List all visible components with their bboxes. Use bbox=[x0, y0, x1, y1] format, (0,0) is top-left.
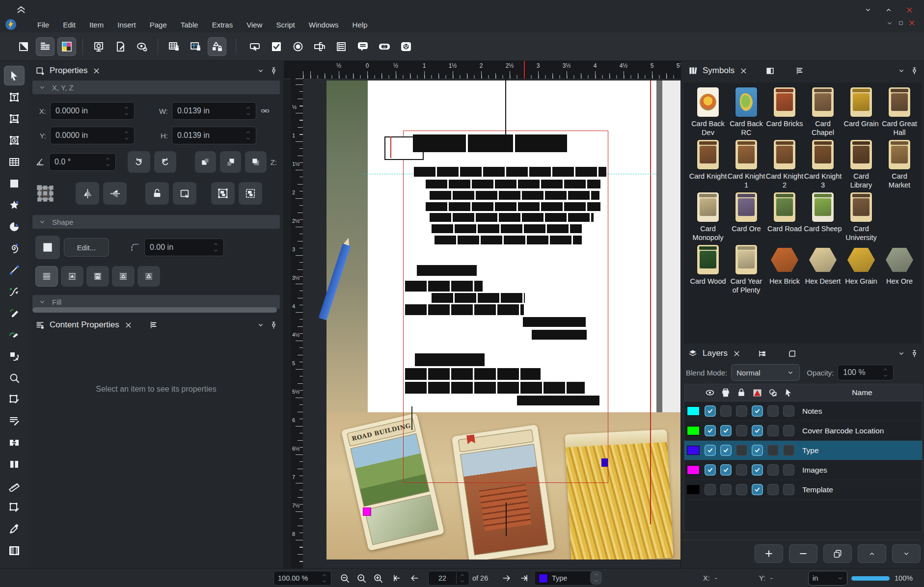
barcode-tool-button[interactable] bbox=[4, 541, 25, 560]
content-properties-pin-icon[interactable] bbox=[270, 321, 278, 329]
zoom-tool-button[interactable] bbox=[4, 368, 25, 388]
symbols-view-icon[interactable] bbox=[765, 66, 775, 76]
layer-text-flow-checkbox[interactable] bbox=[752, 445, 763, 456]
link-wh-icon[interactable] bbox=[260, 106, 270, 116]
first-page-button[interactable] bbox=[390, 571, 404, 585]
layer-outline-mode-checkbox[interactable] bbox=[767, 484, 779, 495]
shape-lock-icon[interactable] bbox=[208, 37, 226, 56]
doc-restore-icon[interactable] bbox=[897, 20, 904, 26]
delete-layer-button[interactable] bbox=[789, 544, 817, 563]
pdf-link-icon[interactable] bbox=[375, 37, 394, 56]
layer-row-images[interactable]: Images bbox=[684, 460, 922, 480]
window-shade-button[interactable] bbox=[861, 3, 875, 17]
symbol-card-great-hall[interactable]: Card Great Hall bbox=[880, 87, 919, 137]
measurements-tool-button[interactable] bbox=[4, 476, 25, 496]
layer-lock-checkbox[interactable] bbox=[736, 405, 747, 417]
edit-contents-tool-button[interactable] bbox=[4, 390, 25, 409]
menu-extras[interactable]: Extras bbox=[206, 19, 239, 31]
blend-mode-dropdown[interactable]: Normal bbox=[731, 364, 800, 381]
insert-polygon-tool-button[interactable] bbox=[4, 195, 25, 215]
symbol-card-knight[interactable]: Card Knight bbox=[689, 140, 727, 189]
y-position-field[interactable]: 0.0000 in bbox=[50, 127, 135, 144]
layer-text-flow-checkbox[interactable] bbox=[752, 464, 763, 476]
color-palette-icon[interactable] bbox=[57, 37, 76, 56]
layer-color-swatch[interactable] bbox=[684, 426, 702, 435]
menu-table[interactable]: Table bbox=[175, 19, 204, 31]
layers-collapse-icon[interactable] bbox=[897, 349, 905, 357]
layer-eye-checkbox[interactable] bbox=[705, 445, 716, 456]
unit-dropdown[interactable]: in bbox=[808, 571, 847, 586]
layers-close-icon[interactable] bbox=[733, 349, 741, 358]
width-field[interactable]: 0.0139 in bbox=[172, 102, 256, 120]
symbol-hex-brick[interactable]: Hex Brick bbox=[765, 245, 804, 294]
active-layer-dropdown[interactable]: Type bbox=[534, 571, 596, 586]
properties-scrollbar[interactable] bbox=[32, 307, 277, 313]
select-item-tool-button[interactable] bbox=[4, 66, 25, 85]
type-layer-object[interactable] bbox=[601, 458, 608, 467]
zoom-level-field[interactable]: 100.00 % bbox=[273, 571, 331, 586]
layer-select-cursor-checkbox[interactable] bbox=[783, 445, 794, 456]
layer-lock-checkbox[interactable] bbox=[736, 464, 747, 476]
opacity-field[interactable]: 100 % bbox=[838, 365, 894, 380]
insert-render-frame-tool-button[interactable] bbox=[4, 131, 25, 150]
table-lock-icon[interactable] bbox=[164, 37, 183, 56]
duplicate-layer-button[interactable] bbox=[823, 544, 852, 563]
text-flow-flow3-button[interactable] bbox=[112, 266, 135, 287]
collapse-toolbar-button[interactable] bbox=[15, 2, 27, 15]
layers-pin-icon[interactable] bbox=[910, 349, 919, 358]
text-flow-flow1-button[interactable] bbox=[61, 266, 83, 287]
x-position-field[interactable]: 0.0000 in bbox=[50, 102, 135, 120]
layer-printer-checkbox[interactable] bbox=[720, 484, 732, 495]
symbol-hex-desert[interactable]: Hex Desert bbox=[804, 245, 842, 294]
link-text-frames-tool-button[interactable] bbox=[4, 433, 25, 453]
vertical-ruler[interactable]: ½11½22½33½44½55½66½77½8 bbox=[291, 79, 303, 568]
layer-color-swatch[interactable] bbox=[684, 406, 702, 416]
insert-image-frame-tool-button[interactable] bbox=[4, 109, 25, 129]
menu-page[interactable]: Page bbox=[144, 19, 173, 31]
insert-text-frame-tool-button[interactable] bbox=[4, 87, 25, 107]
menu-edit[interactable]: Edit bbox=[57, 19, 82, 31]
lock-object-button[interactable] bbox=[145, 182, 169, 205]
properties-pin-icon[interactable] bbox=[270, 67, 278, 75]
shape-edit-button[interactable]: Edit... bbox=[64, 238, 109, 257]
symbol-card-bricks[interactable]: Card Bricks bbox=[765, 87, 804, 137]
doc-close-icon[interactable] bbox=[908, 19, 916, 27]
symbol-card-grain[interactable]: Card Grain bbox=[842, 87, 880, 137]
insert-arc-tool-button[interactable] bbox=[4, 217, 25, 237]
window-restore-button[interactable] bbox=[882, 3, 896, 17]
eyedropper-tool-button[interactable] bbox=[4, 519, 25, 539]
pdf-checkbox-icon[interactable] bbox=[267, 37, 286, 56]
layers-outline-icon[interactable] bbox=[788, 349, 797, 358]
properties-collapse-icon[interactable] bbox=[257, 67, 265, 75]
text-flow-flow4-button[interactable] bbox=[137, 266, 160, 287]
layer-printer-checkbox[interactable] bbox=[720, 405, 732, 417]
layer-row-template[interactable]: Template bbox=[684, 480, 922, 500]
copy-properties-tool-button[interactable] bbox=[4, 498, 25, 517]
layer-eye-checkbox[interactable] bbox=[705, 464, 716, 476]
level-top-button[interactable] bbox=[245, 151, 266, 173]
images-layer-object[interactable] bbox=[363, 507, 371, 516]
zoom-in-button[interactable] bbox=[371, 571, 385, 585]
layer-printer-checkbox[interactable] bbox=[720, 445, 732, 456]
basepoint-selector[interactable] bbox=[35, 184, 55, 203]
insert-table-tool-button[interactable] bbox=[4, 152, 25, 172]
symbols-pin-icon[interactable] bbox=[910, 67, 919, 75]
corner-radius-field[interactable]: 0.00 in bbox=[144, 239, 224, 256]
ruler-corner[interactable] bbox=[284, 61, 303, 79]
insert-calligraphic-tool-button[interactable] bbox=[4, 325, 25, 345]
window-close-button[interactable] bbox=[902, 3, 916, 17]
group-button[interactable] bbox=[211, 182, 235, 205]
doc-minimize-icon[interactable] bbox=[886, 19, 894, 27]
symbol-card-market[interactable]: Card Market bbox=[880, 140, 919, 189]
symbol-card-sheep[interactable]: Card Sheep bbox=[804, 192, 842, 242]
rotation-field[interactable]: 0.0 ° bbox=[49, 153, 116, 171]
insert-spiral-tool-button[interactable] bbox=[4, 239, 25, 258]
text-flow-flow0-button[interactable] bbox=[35, 266, 58, 287]
canvas-area[interactable]: ½0½11½22½33½44½55½ ½11½22½33½44½55½66½77… bbox=[284, 61, 680, 568]
edit-page-icon[interactable] bbox=[111, 37, 130, 56]
content-properties-options-icon[interactable] bbox=[149, 320, 158, 329]
section-shape-header[interactable]: Shape bbox=[32, 215, 280, 229]
rotate-ccw-button[interactable] bbox=[128, 151, 150, 173]
symbol-card-back-dev[interactable]: Card Back Dev bbox=[689, 87, 727, 137]
ungroup-button[interactable] bbox=[239, 182, 262, 205]
